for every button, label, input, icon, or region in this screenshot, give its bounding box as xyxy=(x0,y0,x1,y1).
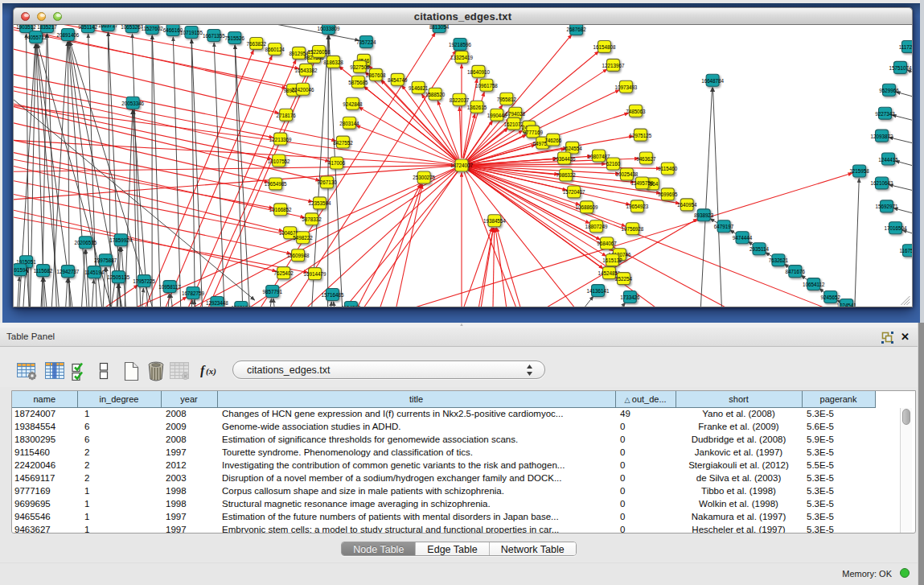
graph-node[interactable]: 19218596 xyxy=(449,38,471,50)
cell-filler[interactable] xyxy=(875,407,896,420)
new-column-icon[interactable] xyxy=(122,361,140,381)
tab-node-table[interactable]: Node Table xyxy=(342,542,416,555)
cell-pagerank[interactable]: 5.3E-5 xyxy=(802,472,875,484)
cell-title[interactable]: Estimation of significance thresholds fo… xyxy=(217,433,615,446)
graph-node[interactable]: 3215958 xyxy=(849,165,869,177)
cell-filler[interactable] xyxy=(875,484,896,497)
cell-filler[interactable] xyxy=(875,472,896,484)
cell-name[interactable]: 9465546 xyxy=(12,510,77,523)
graph-node[interactable]: 1990448 xyxy=(487,109,507,121)
graph-node[interactable]: 8427552 xyxy=(333,136,353,148)
graph-node[interactable]: 9529966 xyxy=(879,84,899,96)
column-header-pagerank[interactable]: pagerank xyxy=(802,391,875,407)
cell-filler[interactable] xyxy=(875,497,896,510)
cell-in_degree[interactable]: 1 xyxy=(77,484,161,497)
table-row[interactable]: 946362711997Embryonic stem cells: a mode… xyxy=(12,523,896,534)
cell-short[interactable]: Stergiakouli et al. (2012) xyxy=(676,459,802,472)
cell-pagerank[interactable]: 5.3E-5 xyxy=(802,446,875,459)
graph-node[interactable]: 15720407 xyxy=(563,186,585,198)
cell-out_de_[interactable]: 0 xyxy=(615,472,676,484)
cell-name[interactable]: 14569117 xyxy=(12,472,77,484)
graph-node[interactable]: 19654923 xyxy=(626,200,648,212)
graph-node[interactable]: 1292154 xyxy=(232,302,252,307)
column-header-title[interactable]: title xyxy=(217,391,615,407)
cell-in_degree[interactable]: 2 xyxy=(77,472,161,484)
column-header-filler[interactable] xyxy=(875,391,896,407)
cell-out_de_[interactable]: 0 xyxy=(615,459,676,472)
function-builder-icon[interactable]: f (x) xyxy=(200,365,221,377)
graph-node[interactable]: 1167533 xyxy=(899,245,913,257)
cell-filler[interactable] xyxy=(875,523,896,534)
window-titlebar[interactable]: citations_edges.txt xyxy=(13,7,913,25)
cell-name[interactable]: 9777169 xyxy=(12,484,77,497)
cell-short[interactable]: Franke et al. (2009) xyxy=(676,420,802,433)
cell-short[interactable]: Hescheler et al. (1997) xyxy=(676,523,802,534)
graph-node[interactable]: 1145194 xyxy=(84,266,104,278)
cell-title[interactable]: Embryonic stem cells: a model to study s… xyxy=(217,523,615,534)
graph-node[interactable]: 1024541 xyxy=(836,299,856,307)
cell-in_degree[interactable]: 2 xyxy=(77,446,161,459)
table-vertical-scrollbar[interactable] xyxy=(900,408,912,533)
graph-node[interactable]: 16154808 xyxy=(593,40,616,52)
cell-short[interactable]: Nakamura et al. (1997) xyxy=(676,510,802,523)
cell-pagerank[interactable]: 5.9E-5 xyxy=(802,433,875,446)
column-header-short[interactable]: short xyxy=(676,391,802,407)
graph-node[interactable]: 10961758 xyxy=(475,79,498,91)
cell-name[interactable]: 18300295 xyxy=(12,433,77,446)
graph-node[interactable]: 15751074 xyxy=(889,61,912,73)
graph-node[interactable]: 16210643 xyxy=(871,177,893,189)
cell-name[interactable]: 18724007 xyxy=(12,407,77,420)
network-selector[interactable]: citations_edges.txt xyxy=(232,360,545,379)
graph-node[interactable]: 10107552 xyxy=(268,154,290,167)
cell-title[interactable]: Investigating the contribution of common… xyxy=(217,459,615,472)
cell-filler[interactable] xyxy=(875,433,896,446)
cell-short[interactable]: de Silva et al. (2003) xyxy=(676,472,802,484)
graph-node[interactable]: 62160 xyxy=(606,158,621,170)
cell-out_de_[interactable]: 0 xyxy=(615,523,676,534)
graph-node[interactable]: 12093872 xyxy=(871,130,893,142)
graph-node[interactable]: 7485063 xyxy=(626,105,646,117)
table-row[interactable]: 1938455462009Genome-wide association stu… xyxy=(12,420,896,433)
graph-node[interactable]: 17016504 xyxy=(885,222,907,234)
graph-node[interactable]: 20891406 xyxy=(56,28,79,40)
graph-node[interactable]: 16648784 xyxy=(701,74,724,86)
graph-node[interactable]: 14136141 xyxy=(587,285,610,297)
cell-out_de_[interactable]: 0 xyxy=(615,510,676,523)
cell-filler[interactable] xyxy=(875,420,896,433)
graph-node[interactable]: 16543382 xyxy=(295,64,318,76)
graph-node[interactable]: 20053346 xyxy=(121,97,144,109)
graph-node[interactable]: 8813054 xyxy=(429,25,450,32)
graph-node[interactable]: 252254 xyxy=(615,273,632,285)
cell-in_degree[interactable]: 1 xyxy=(77,510,161,523)
row-height-icon[interactable] xyxy=(99,361,109,381)
cell-year[interactable]: 1997 xyxy=(161,510,217,523)
cell-year[interactable]: 2003 xyxy=(161,472,217,484)
graph-node[interactable]: 11527602 xyxy=(141,25,163,34)
graph-node[interactable]: 8454749 xyxy=(388,73,408,85)
select-all-icon[interactable] xyxy=(72,361,89,381)
table-row[interactable]: 1830029562008Estimation of significance … xyxy=(12,433,896,446)
graph-node[interactable]: 12923448 xyxy=(206,297,228,307)
network-canvas[interactable]: 1903512140557121835217208914069351142166… xyxy=(13,25,913,307)
graph-node[interactable]: 25300275 xyxy=(413,171,435,183)
graph-node[interactable]: 15609948 xyxy=(287,249,310,262)
cell-name[interactable]: 19384554 xyxy=(12,420,77,433)
cell-in_degree[interactable]: 6 xyxy=(77,433,161,446)
graph-node[interactable]: 7515526 xyxy=(225,31,245,43)
attribute-table[interactable]: namein_degreeyeartitle△ out_de...shortpa… xyxy=(12,391,896,534)
cell-name[interactable]: 9699695 xyxy=(12,497,77,510)
graph-node[interactable]: 12213967 xyxy=(602,59,625,71)
cell-filler[interactable] xyxy=(875,446,896,459)
cell-title[interactable]: Corpus callosum shape and size in male p… xyxy=(217,484,615,497)
memory-indicator-icon[interactable] xyxy=(900,568,910,578)
graph-node[interactable]: 7663822 xyxy=(247,37,267,49)
float-window-icon[interactable] xyxy=(881,332,893,344)
graph-node[interactable]: 10653267 xyxy=(121,25,143,32)
graph-node[interactable]: 746266 xyxy=(544,134,561,146)
graph-node[interactable]: 1588520 xyxy=(425,88,446,100)
cell-in_degree[interactable]: 2 xyxy=(77,459,161,472)
graph-node[interactable]: 10958117 xyxy=(158,281,181,293)
cell-filler[interactable] xyxy=(875,510,896,523)
cell-pagerank[interactable]: 5.6E-5 xyxy=(802,420,875,433)
cell-short[interactable]: Yano et al. (2008) xyxy=(676,407,802,420)
